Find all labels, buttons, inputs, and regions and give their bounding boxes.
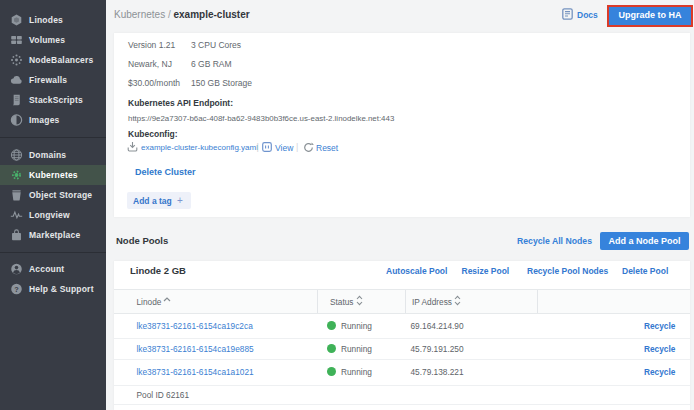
svg-text:?: ? — [14, 285, 19, 294]
